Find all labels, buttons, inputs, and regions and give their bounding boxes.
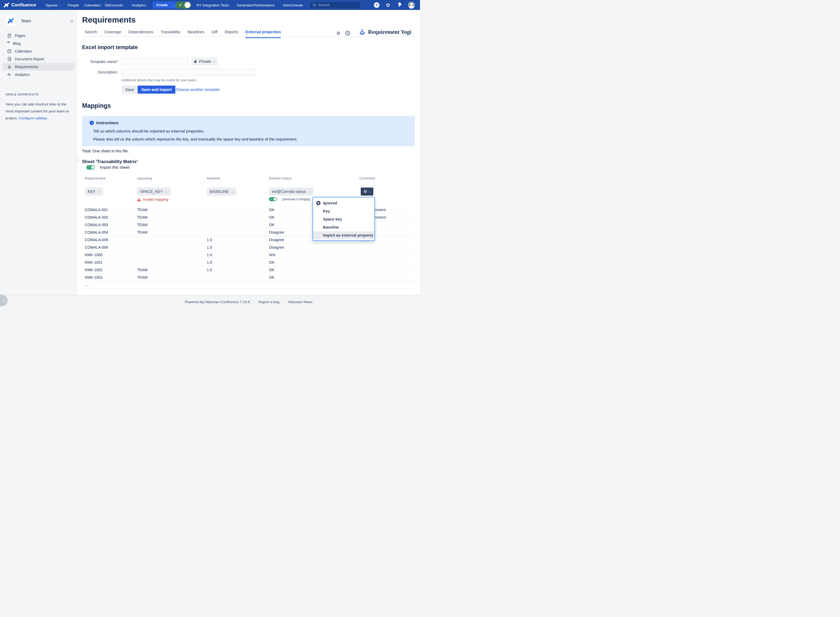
space-name: Team — [21, 19, 31, 23]
table-row: KMK-1003TEAMOK — [82, 274, 415, 281]
nav-dbconsole[interactable]: DbConsole — [105, 3, 123, 7]
sheet-title: Sheet 'Traceability Matrix' — [82, 159, 138, 164]
module-tabs: Search Coverage Dependencies Traceabilit… — [85, 30, 281, 38]
tab-search[interactable]: Search — [85, 30, 97, 38]
requirement-yogi-logo: Requirement Yogi — [358, 29, 411, 35]
gear-icon: ⚙ — [364, 189, 367, 194]
warning-triangle-icon — [137, 198, 141, 201]
blog-quote-icon: ❞ — [7, 42, 10, 45]
analytics-icon — [7, 72, 12, 77]
menu-item-baseline[interactable]: Baseline — [313, 223, 374, 231]
chevron-down-icon: ⌄ — [98, 190, 100, 193]
import-sheet-label: Import this sheet — [100, 165, 130, 170]
sidebar-item-analytics[interactable]: Analytics — [3, 71, 74, 78]
confluence-brand[interactable]: Confluence — [3, 2, 36, 8]
nav-devconsole[interactable]: DevConsole — [283, 3, 303, 7]
spacekey-mapping-select[interactable]: SPACE_KEY⌄ — [137, 187, 171, 196]
remove-if-empty-label: (remove if empty) — [282, 197, 310, 201]
notifications-bell-icon[interactable] — [397, 2, 402, 8]
chevron-down-icon: ⌄ — [213, 60, 215, 63]
description-input[interactable] — [121, 68, 255, 76]
confluence-logo-icon — [3, 2, 9, 8]
page-title: Requirements — [82, 15, 136, 24]
menu-item-import-as-external-property[interactable]: Import as external property — [313, 231, 374, 239]
report-a-bug-link[interactable]: Report a bug — [258, 300, 279, 304]
mapping-column-headers: Requirement spacekey baseline Review sta… — [82, 176, 415, 180]
description-label: Description — [82, 70, 117, 74]
comment-mapping-gear-button[interactable]: ⚙⌄ — [361, 187, 373, 196]
table-row: KMK-1002TEAM1.0OK — [82, 266, 415, 274]
import-sheet-toggle[interactable]: ✓ — [86, 165, 95, 170]
space-shortcuts-text: Here you can add shortcut links to the m… — [6, 101, 70, 122]
space-logo[interactable] — [5, 15, 16, 26]
tab-external-properties[interactable]: External properties — [245, 30, 281, 38]
nav-ry-integration-tests[interactable]: RY Integration Tests — [197, 3, 229, 7]
help-circle-icon[interactable]: ? — [345, 31, 350, 35]
help-icon[interactable]: ? — [374, 2, 380, 8]
radio-selected-icon — [316, 201, 320, 205]
tab-traceability[interactable]: Traceability — [161, 30, 180, 38]
excel-import-template-heading: Excel import template — [82, 44, 138, 50]
nav-calendars[interactable]: Calendars — [84, 3, 101, 7]
gear-icon[interactable]: ⚙ — [386, 2, 390, 8]
panel-drag-grip[interactable]: ‖ — [77, 158, 78, 162]
atlassian-news-link[interactable]: Atlassian News — [288, 300, 312, 304]
favourite-star-icon[interactable]: ☆ — [70, 18, 74, 24]
nav-spaces[interactable]: Spaces⌄ — [46, 3, 61, 7]
baseline-mapping-select[interactable]: BASELINE⌄ — [207, 187, 236, 196]
chevron-down-icon: ⌄ — [231, 190, 233, 193]
search-icon — [312, 3, 316, 7]
confluence-app: Confluence Spaces⌄ People Calendars DbCo… — [0, 0, 420, 308]
document-report-icon — [7, 57, 12, 61]
extension-toggle[interactable]: ✓ — [175, 1, 191, 9]
save-button[interactable]: Save — [122, 86, 137, 94]
tab-coverage[interactable]: Coverage — [104, 30, 121, 38]
sidebar-item-blog[interactable]: ❞ Blog — [3, 40, 74, 47]
tab-dependencies[interactable]: Dependencies — [128, 30, 153, 38]
tab-baselines[interactable]: Baselines — [187, 30, 204, 38]
table-row: COMALA-0061.0Disagree — [82, 244, 415, 251]
instructions-line-2: Please also tell us the column which rep… — [93, 137, 298, 142]
top-navigation: Confluence Spaces⌄ People Calendars DbCo… — [0, 0, 420, 10]
requirement-mapping-select[interactable]: KEY⌄ — [85, 187, 103, 196]
tab-reports[interactable]: Reports — [225, 30, 239, 38]
col-comment: Comment — [360, 176, 415, 180]
nav-generator-performance[interactable]: Generator/Performance — [237, 3, 275, 7]
total-sheets-text: Total: One sheet in this file. — [82, 149, 129, 153]
sidebar-item-requirements[interactable]: Requirements — [3, 63, 74, 71]
template-name-input[interactable] — [121, 58, 188, 65]
menu-item-key[interactable]: Key — [313, 207, 374, 215]
sidebar-item-calendars[interactable]: Calendars — [3, 47, 74, 55]
lock-icon — [194, 59, 197, 63]
save-and-import-button[interactable]: Save and import — [138, 86, 175, 94]
description-help-text: Additional details that may be useful fo… — [121, 78, 197, 82]
table-row-ellipsis: ... — [82, 281, 415, 289]
col-requirement: Requirement — [82, 176, 137, 180]
user-avatar[interactable] — [408, 1, 415, 9]
privacy-select[interactable]: Private ⌄ — [191, 58, 218, 65]
chevron-right-icon: › — [3, 297, 5, 303]
yogi-figure-icon — [358, 29, 366, 35]
configure-sidebar-link[interactable]: Configure sidebar — [19, 116, 47, 120]
brand-label: Confluence — [11, 2, 36, 8]
template-name-label: Template name* — [82, 59, 118, 64]
main-content: Requirements Search Coverage Dependencie… — [77, 10, 420, 295]
info-icon: i — [90, 121, 94, 125]
sidebar-item-pages[interactable]: Pages — [3, 32, 74, 40]
create-button[interactable]: Create — [153, 1, 171, 9]
tab-diff[interactable]: Diff — [212, 30, 218, 38]
settings-gear-icon[interactable]: ⚙ — [336, 31, 340, 36]
search-input[interactable] — [318, 3, 356, 7]
instructions-panel: i Instructions Tell us which columns sho… — [82, 116, 415, 146]
choose-another-template-link[interactable]: Choose another template — [176, 87, 220, 92]
calendars-icon — [7, 49, 12, 53]
sidebar-item-document-report[interactable]: Document Report — [3, 55, 74, 63]
menu-item-ignored[interactable]: Ignored — [313, 199, 374, 207]
table-row: KMK-10011.0OK — [82, 258, 415, 266]
nav-analytics[interactable]: Analytics — [132, 3, 146, 7]
nav-people[interactable]: People — [68, 3, 79, 7]
menu-item-space-key[interactable]: Space key — [313, 215, 374, 223]
review-status-mapping-select[interactable]: ext@Comala status⌄ — [269, 187, 314, 196]
global-search[interactable] — [310, 1, 361, 9]
remove-if-empty-toggle[interactable]: ✓ — [269, 197, 277, 201]
